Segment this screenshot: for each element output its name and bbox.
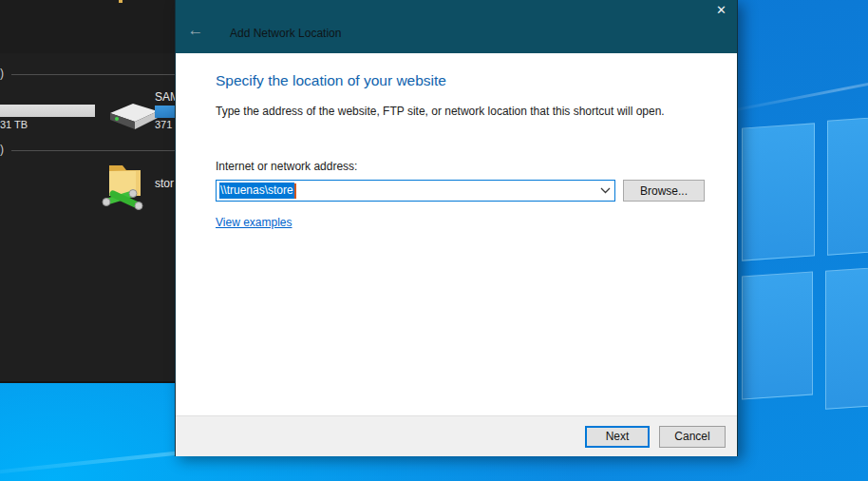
page-heading: Specify the location of your website: [216, 72, 708, 89]
windows-logo-pane: [742, 123, 815, 260]
drive-capacity-bar: [155, 106, 175, 118]
add-network-location-dialog: ← Add Network Location ✕ Specify the loc…: [175, 0, 738, 456]
browse-button[interactable]: Browse...: [623, 180, 705, 202]
explorer-group-header: ): [0, 67, 175, 80]
drive-name[interactable]: SAM: [155, 90, 175, 104]
close-icon: ✕: [716, 3, 726, 17]
dialog-title: Add Network Location: [230, 27, 341, 40]
chevron-down-icon[interactable]: [595, 181, 614, 201]
group-header-label: ): [0, 67, 4, 80]
dialog-footer: Next Cancel: [176, 415, 737, 456]
group-header-label: ): [0, 143, 4, 156]
address-value-selected: \\truenas\store: [219, 183, 294, 199]
drive-capacity-bar: [0, 105, 95, 117]
group-divider: [11, 150, 175, 151]
description-text: Type the address of the website, FTP sit…: [216, 105, 708, 118]
next-button[interactable]: Next: [585, 426, 650, 448]
address-input[interactable]: \\truenas\store: [216, 180, 615, 202]
cancel-button[interactable]: Cancel: [659, 426, 726, 448]
drive-capacity-text: 371: [155, 119, 172, 130]
network-folder-icon[interactable]: [102, 160, 145, 213]
explorer-toolbar: [0, 0, 175, 53]
dialog-header: ← Add Network Location ✕: [176, 0, 737, 53]
address-label: Internet or network address:: [216, 160, 708, 173]
back-button[interactable]: ←: [183, 20, 208, 41]
back-icon: ←: [188, 21, 204, 39]
text-caret: [294, 183, 296, 199]
folder-icon: [119, 0, 123, 3]
group-divider: [11, 74, 175, 75]
dialog-body: Specify the location of your website Typ…: [176, 53, 737, 415]
drive-capacity-text: 31 TB: [0, 119, 28, 130]
view-examples-link[interactable]: View examples: [216, 216, 292, 229]
screen: ) 31 TB SAM 371 ) stor: [0, 0, 868, 481]
address-row: \\truenas\store Browse...: [216, 180, 708, 202]
windows-logo-pane: [825, 265, 868, 410]
wallpaper-light-beam: [722, 64, 868, 114]
windows-logo-pane: [742, 271, 813, 399]
close-button[interactable]: ✕: [704, 0, 739, 21]
file-explorer-window: ) 31 TB SAM 371 ) stor: [0, 0, 175, 383]
windows-logo-pane: [827, 115, 868, 256]
explorer-group-header: ): [0, 143, 175, 156]
network-location-name[interactable]: stor: [155, 177, 174, 190]
